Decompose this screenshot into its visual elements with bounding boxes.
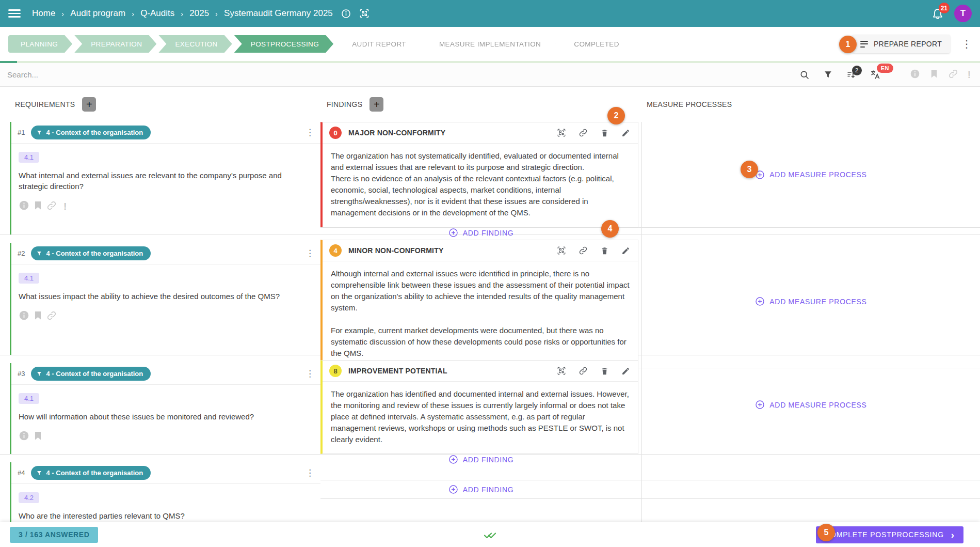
audit-row: #3 4 - Context of the organisation ⋮ 4.1… <box>0 355 980 455</box>
finding-title: MAJOR NON-CONFORMITY <box>348 129 445 137</box>
translate-icon[interactable]: EN <box>870 69 881 80</box>
annotation-step-5: 5 <box>817 524 835 541</box>
filter-icon[interactable] <box>823 70 833 80</box>
step-execution[interactable]: EXECUTION <box>158 35 232 53</box>
notification-bell-icon[interactable]: 21 <box>931 7 944 20</box>
requirement-card: #1 4 - Context of the organisation ⋮ 4.1… <box>10 122 320 235</box>
exclamation-icon: ! <box>63 201 67 211</box>
finding-card: 4 MINOR NON-CONFORMITY Although internal… <box>320 240 638 368</box>
hamburger-menu-icon[interactable] <box>8 9 21 18</box>
breadcrumb-q-audits[interactable]: Q-Audits <box>140 8 174 19</box>
sort-count-badge: 2 <box>852 66 862 75</box>
bookmark-icon <box>33 200 43 212</box>
clause-chip: 4.1 <box>19 393 39 404</box>
more-options-icon[interactable]: ⋮ <box>961 39 972 49</box>
link-icon <box>46 310 57 323</box>
add-measure-process-button[interactable]: ADD MEASURE PROCESS <box>755 296 866 306</box>
audit-row: #2 4 - Context of the organisation ⋮ 4.1… <box>0 235 980 355</box>
requirement-question: How will information about these issues … <box>19 411 312 422</box>
edit-icon[interactable] <box>621 246 630 255</box>
report-lines-icon <box>860 41 868 48</box>
avatar[interactable]: T <box>954 5 972 22</box>
complete-postprocessing-button[interactable]: COMPLETE POSTPROCESSING › <box>816 526 963 543</box>
notification-badge: 21 <box>939 3 950 13</box>
qr-scan-icon[interactable] <box>557 246 566 255</box>
add-requirement-button[interactable]: + <box>82 97 96 112</box>
breadcrumb-2025[interactable]: 2025 <box>189 8 209 19</box>
link-icon[interactable] <box>579 128 588 137</box>
requirement-tag-chip[interactable]: 4 - Context of the organisation <box>31 126 151 139</box>
requirement-question: What internal and external issues are re… <box>19 170 312 192</box>
plus-circle-icon <box>755 400 765 410</box>
finding-card: 8 IMPROVEMENT POTENTIAL The organization… <box>320 360 638 454</box>
edit-icon[interactable] <box>621 367 630 376</box>
requirement-menu-icon[interactable]: ⋮ <box>306 248 314 259</box>
column-headers: REQUIREMENTS + FINDINGS + MEASURE PROCES… <box>0 87 980 122</box>
qr-scan-icon[interactable] <box>557 128 566 137</box>
requirement-tag-chip[interactable]: 4 - Context of the organisation <box>31 367 151 381</box>
search-toolbar: 2 EN ! <box>0 63 980 87</box>
info-icon[interactable] <box>341 9 351 19</box>
finding-count-badge: 8 <box>329 365 342 377</box>
bookmark-icon <box>33 431 43 443</box>
requirement-card: #3 4 - Context of the organisation ⋮ 4.1… <box>10 363 320 454</box>
step-completed[interactable]: COMPLETED <box>557 35 634 53</box>
search-icon[interactable] <box>799 70 810 80</box>
delete-icon[interactable] <box>600 246 609 255</box>
filter-icon <box>36 470 42 476</box>
workflow-stepper: PLANNING PREPARATION EXECUTION POSTPROCE… <box>0 27 980 61</box>
requirement-menu-icon[interactable]: ⋮ <box>306 368 314 379</box>
requirement-menu-icon[interactable]: ⋮ <box>306 127 314 138</box>
requirement-menu-icon[interactable]: ⋮ <box>306 467 314 478</box>
requirement-tag-chip[interactable]: 4 - Context of the organisation <box>31 466 151 480</box>
add-finding-button[interactable]: ADD FINDING <box>448 485 514 494</box>
plus-circle-icon <box>448 485 458 494</box>
add-measure-process-button[interactable]: ADD MEASURE PROCESS <box>755 170 866 180</box>
requirement-number: #3 <box>18 370 25 378</box>
top-header: Home› Audit program› Q-Audits› 2025› Sys… <box>0 0 980 27</box>
clause-chip: 4.1 <box>19 273 39 284</box>
filter-icon <box>36 251 42 257</box>
breadcrumb-home[interactable]: Home <box>32 8 55 19</box>
search-input[interactable] <box>7 70 799 79</box>
step-planning[interactable]: PLANNING <box>8 35 72 53</box>
delete-icon[interactable] <box>600 367 609 376</box>
add-measure-process-button[interactable]: ADD MEASURE PROCESS <box>755 400 866 410</box>
finding-body: The organization has identified and docu… <box>323 382 638 454</box>
sort-icon[interactable]: 2 <box>846 70 857 80</box>
measures-column-label: MEASURE PROCESSES <box>647 100 732 108</box>
add-finding-column-button[interactable]: + <box>369 97 383 112</box>
link-icon[interactable] <box>579 366 588 376</box>
step-postprocessing[interactable]: POSTPROCESSING <box>234 35 333 53</box>
requirement-tag-chip[interactable]: 4 - Context of the organisation <box>31 246 151 260</box>
requirement-number: #1 <box>18 129 25 136</box>
filter-icon <box>36 130 42 136</box>
step-measure-implementation[interactable]: MEASURE IMPLEMENTATION <box>423 35 555 53</box>
finding-title: MINOR NON-CONFORMITY <box>348 246 443 255</box>
annotation-step-1: 1 <box>839 36 857 53</box>
step-audit-report[interactable]: AUDIT REPORT <box>335 35 421 53</box>
step-preparation[interactable]: PREPARATION <box>74 35 156 53</box>
breadcrumb-audit-program[interactable]: Audit program <box>70 8 125 19</box>
annotation-step-2: 2 <box>607 107 625 124</box>
requirement-number: #2 <box>18 249 25 257</box>
requirement-question: Who are the interested parties relevant … <box>19 510 312 521</box>
warning-icon: ! <box>968 70 971 80</box>
header-right: 21 T <box>931 5 972 22</box>
requirements-column-label: REQUIREMENTS <box>15 100 75 108</box>
plus-circle-icon <box>755 296 765 306</box>
answered-status-badge: 3 / 163 ANSWERED <box>10 527 98 543</box>
finding-body: The organization has not systematically … <box>323 144 638 227</box>
edit-icon[interactable] <box>621 129 630 137</box>
link-icon[interactable] <box>579 246 588 255</box>
toolbar-disabled-icons: ! <box>910 69 971 81</box>
qr-scan-icon[interactable] <box>557 366 566 376</box>
bookmark-icon <box>929 69 939 81</box>
delete-icon[interactable] <box>600 129 609 137</box>
prepare-report-button[interactable]: PREPARE REPORT <box>852 35 950 53</box>
qr-code-icon[interactable] <box>359 8 369 19</box>
info-icon <box>19 200 29 213</box>
clause-chip: 4.2 <box>19 492 39 503</box>
requirement-card: #2 4 - Context of the organisation ⋮ 4.1… <box>10 243 320 355</box>
breadcrumb-current-audit: Systemaudit Germany 2025 <box>224 8 333 19</box>
